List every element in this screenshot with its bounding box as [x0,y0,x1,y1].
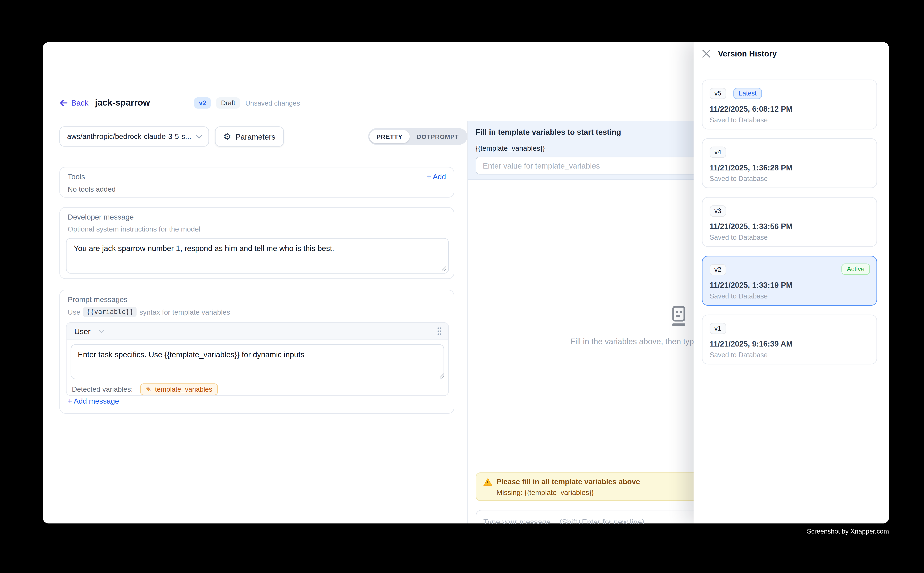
prompt-message-input[interactable]: Enter task specifics. Use {{template_var… [71,344,444,379]
close-icon[interactable] [702,49,711,58]
active-badge: Active [841,263,870,275]
role-selector[interactable]: User [74,327,105,336]
drag-handle-icon[interactable] [437,327,442,335]
version-timestamp: 11/21/2025, 1:36:28 PM [710,163,869,172]
version-timestamp: 11/21/2025, 1:33:56 PM [710,222,869,231]
watermark: Screenshot by Xnapper.com [0,528,889,535]
prompt-subtitle-prefix: Use [67,308,80,316]
version-history-panel: Version History v5 Latest 11/22/2025, 6:… [693,42,889,523]
version-number-badge: v4 [710,147,726,158]
model-selector-value: aws/anthropic/bedrock-claude-3-5-s... [67,132,191,141]
prompt-subtitle-suffix: syntax for template variables [140,308,230,316]
detected-variable-chip[interactable]: ✎ template_variables [140,384,218,395]
version-number-badge: v5 [710,88,726,99]
app-window: Back jack-sparrow v2 Draft Unsaved chang… [43,42,889,523]
toggle-dotprompt[interactable]: DOTPROMPT [410,130,466,143]
detected-variable-name: template_variables [155,386,212,393]
variable-syntax-chip: {{variable}} [83,307,136,317]
gear-icon: ⚙ [223,132,231,141]
add-message-button[interactable]: + Add message [67,397,119,405]
chevron-down-icon [196,134,202,139]
version-card-v3[interactable]: v3 11/21/2025, 1:33:56 PM Saved to Datab… [702,197,877,247]
role-value: User [74,327,91,336]
message-role-header: User [67,323,448,340]
version-timestamp: 11/21/2025, 9:16:39 AM [710,340,869,348]
version-timestamp: 11/21/2025, 1:33:19 PM [710,281,869,290]
version-source: Saved to Database [710,293,869,300]
resize-handle-icon[interactable] [439,373,445,378]
version-card-v5[interactable]: v5 Latest 11/22/2025, 6:08:12 PM Saved t… [702,80,877,130]
model-selector[interactable]: aws/anthropic/bedrock-claude-3-5-s... [60,126,209,147]
back-label: Back [71,99,88,107]
unsaved-changes-label: Unsaved changes [245,100,300,106]
version-source: Saved to Database [710,234,869,241]
prompt-messages-title: Prompt messages [67,296,448,304]
developer-message-title: Developer message [67,213,448,221]
chevron-down-icon [99,329,105,333]
tools-empty-text: No tools added [67,185,446,194]
version-card-v1[interactable]: v1 11/21/2025, 9:16:39 AM Saved to Datab… [702,315,877,365]
developer-message-input[interactable]: You are jack sparrow number 1, respond a… [66,238,449,274]
warning-title: Please fill in all template variables ab… [496,478,640,486]
version-history-title: Version History [718,49,777,58]
header-badges: v2 Draft Unsaved changes [194,97,300,109]
tools-title: Tools [67,173,85,181]
detected-variables-label: Detected variables: [72,385,133,393]
version-number-badge: v1 [710,323,726,334]
toggle-pretty[interactable]: PRETTY [369,130,410,143]
developer-message-card: Developer message Optional system instru… [60,207,454,279]
tools-card: Tools + Add No tools added [60,167,454,198]
version-source: Saved to Database [710,116,869,124]
parameters-label: Parameters [235,132,275,141]
resize-handle-icon[interactable] [441,266,447,271]
version-list: v5 Latest 11/22/2025, 6:08:12 PM Saved t… [702,80,877,373]
version-source: Saved to Database [710,351,869,359]
latest-badge: Latest [733,88,762,99]
back-arrow-icon [60,99,68,107]
parameters-button[interactable]: ⚙ Parameters [215,126,284,147]
version-card-v2-active[interactable]: v2 Active 11/21/2025, 1:33:19 PM Saved t… [702,256,877,306]
version-card-v4[interactable]: v4 11/21/2025, 1:36:28 PM Saved to Datab… [702,138,877,188]
version-badge: v2 [194,97,211,109]
pencil-icon: ✎ [146,386,151,393]
status-badge: Draft [216,97,240,109]
screenshot-stage: Back jack-sparrow v2 Draft Unsaved chang… [0,0,924,573]
back-button[interactable]: Back [60,99,88,107]
add-tool-button[interactable]: + Add [427,173,446,181]
version-number-badge: v2 [710,264,726,276]
view-mode-toggle: PRETTY DOTPROMPT [368,128,467,145]
warning-icon [483,478,492,486]
prompt-message-block: User Enter task specifics. Use {{templat… [66,322,449,396]
version-number-badge: v3 [710,205,726,217]
version-timestamp: 11/22/2025, 6:08:12 PM [710,105,869,113]
prompt-messages-card: Prompt messages Use {{variable}} syntax … [60,290,454,414]
version-source: Saved to Database [710,175,869,182]
page-title: jack-sparrow [95,97,150,108]
developer-message-subtitle: Optional system instructions for the mod… [67,225,448,233]
